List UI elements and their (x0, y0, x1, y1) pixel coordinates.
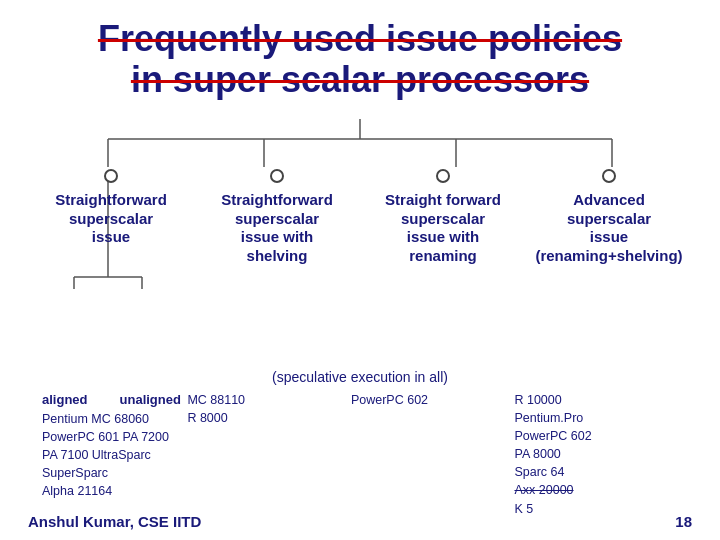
slide: Frequently used issue policies in super … (0, 0, 720, 540)
tree-diagram: Straightforward superscalar issue Straig… (28, 109, 692, 369)
node1-label: Straightforward superscalar issue (34, 191, 189, 247)
detail-col4: R 10000 Pentium.Pro PowerPC 602 PA 8000 … (514, 391, 678, 518)
node2-block: Straightforward superscalar issue with s… (200, 169, 355, 266)
col1-line1: Pentium MC 68060 (42, 410, 187, 428)
col4-line4: PA 8000 (514, 445, 678, 463)
col1-line2: PowerPC 601 PA 7200 (42, 428, 187, 446)
node2-circle (200, 169, 355, 187)
node4-label: Advanced superscalar issue (renaming+she… (532, 191, 687, 266)
title-line1: Frequently used issue policies (98, 18, 622, 59)
col4-line2: Pentium.Pro (514, 409, 678, 427)
title-line2: in super scalar processors (131, 59, 589, 100)
col4-line1: R 10000 (514, 391, 678, 409)
node3-label: Straight forward superscalar issue with … (366, 191, 521, 266)
node3-circle (366, 169, 521, 187)
footer-label: Anshul Kumar, CSE IITD (28, 513, 201, 530)
col3-line1: PowerPC 602 (351, 391, 515, 409)
col4-line6: Axx 20000 (514, 481, 678, 499)
col1-line5: Alpha 21164 (42, 482, 187, 500)
title-text: Frequently used issue policies in super … (28, 18, 692, 101)
col2-line2: R 8000 (187, 409, 351, 427)
speculative-label: (speculative execution in all) (28, 369, 692, 385)
page-number: 18 (675, 513, 692, 530)
detail-col3: PowerPC 602 (351, 391, 515, 409)
col1-headers: aligned unaligned (42, 391, 187, 410)
detail-col2: MC 88110 R 8000 (187, 391, 351, 427)
node1-circle (34, 169, 189, 187)
node2-label: Straightforward superscalar issue with s… (200, 191, 355, 266)
node4-circle (532, 169, 687, 187)
col4-line3: PowerPC 602 (514, 427, 678, 445)
node1-block: Straightforward superscalar issue (34, 169, 189, 247)
node3-block: Straight forward superscalar issue with … (366, 169, 521, 266)
col2-line1: MC 88110 (187, 391, 351, 409)
nodes-row: Straightforward superscalar issue Straig… (28, 109, 692, 266)
slide-title: Frequently used issue policies in super … (28, 18, 692, 101)
details-row: aligned unaligned Pentium MC 68060 Power… (28, 391, 692, 518)
col4-line5: Sparc 64 (514, 463, 678, 481)
col1-line4: SuperSparc (42, 464, 187, 482)
detail-col1: aligned unaligned Pentium MC 68060 Power… (42, 391, 187, 500)
col1-line3: PA 7100 UltraSparc (42, 446, 187, 464)
node4-block: Advanced superscalar issue (renaming+she… (532, 169, 687, 266)
footer-row: Anshul Kumar, CSE IITD 18 (28, 513, 692, 530)
